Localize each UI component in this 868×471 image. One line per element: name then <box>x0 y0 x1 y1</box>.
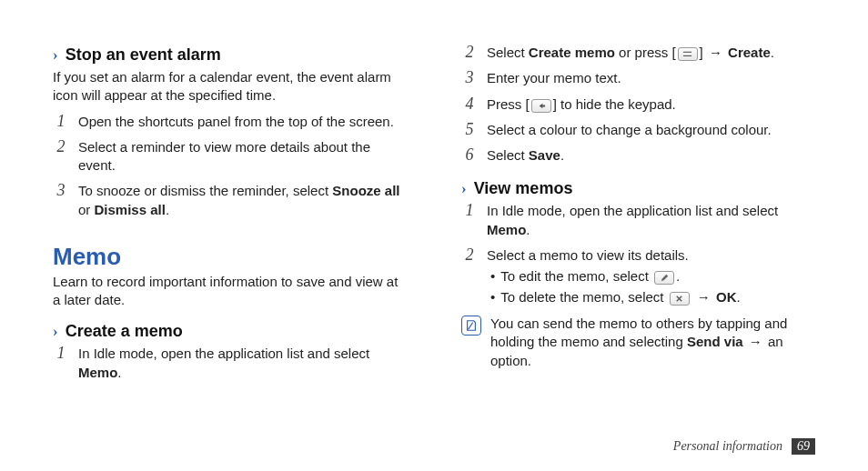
t: . <box>117 365 121 380</box>
step-number: 1 <box>53 345 69 363</box>
step-text: Select Create memo or press [] → Create. <box>487 44 815 62</box>
t: . <box>560 147 564 163</box>
t: Press [ <box>487 96 530 112</box>
t: To edit the memo, select <box>500 268 652 284</box>
t: or <box>78 202 95 217</box>
step: 2 Select a reminder to view more details… <box>53 138 407 175</box>
heading-text: View memos <box>474 179 573 198</box>
t: . <box>676 268 680 284</box>
step: 1 In Idle mode, open the application lis… <box>53 345 407 382</box>
step-number: 1 <box>53 113 69 131</box>
stop-alarm-intro: If you set an alarm for a calendar event… <box>53 68 407 105</box>
step-number: 3 <box>461 69 478 87</box>
t: . <box>526 222 530 237</box>
step-number: 6 <box>461 146 478 165</box>
stop-alarm-steps: 1 Open the shortcuts panel from the top … <box>53 113 407 219</box>
t: To snooze or dismiss the reminder, selec… <box>78 183 332 198</box>
view-memos-steps: 1 In Idle mode, open the application lis… <box>461 202 815 307</box>
bold: Snooze all <box>332 183 399 198</box>
step-text: In Idle mode, open the application list … <box>487 202 815 239</box>
back-icon <box>531 99 551 113</box>
step-text: To snooze or dismiss the reminder, selec… <box>78 182 407 219</box>
step: 3 To snooze or dismiss the reminder, sel… <box>53 182 407 219</box>
step-text: Select a colour to change a background c… <box>487 121 815 139</box>
memo-title: Memo <box>53 243 407 271</box>
t: . <box>771 45 774 60</box>
t: Select <box>487 147 529 163</box>
pencil-icon <box>654 271 674 285</box>
left-column: › Stop an event alarm If you set an alar… <box>53 40 407 422</box>
svg-rect-1 <box>683 55 691 56</box>
heading-text: Create a memo <box>66 322 183 341</box>
create-memo-steps: 1 In Idle mode, open the application lis… <box>53 345 407 382</box>
bullet: • To delete the memo, select → OK. <box>490 287 815 308</box>
note-block: You can send the memo to others by tappi… <box>461 315 815 370</box>
step: 4 Press [] to hide the keypad. <box>461 95 815 114</box>
bold: Send via <box>687 334 743 349</box>
chevron-icon: › <box>461 181 467 196</box>
step: 2 Select Create memo or press [] → Creat… <box>461 44 815 62</box>
bold: Create <box>728 45 771 60</box>
page-number: 69 <box>792 438 815 455</box>
step-number: 1 <box>461 202 478 220</box>
step-number: 2 <box>53 138 69 156</box>
bullet: • To edit the memo, select . <box>490 266 815 287</box>
bullet-dot: • <box>490 287 495 308</box>
step-text: Select a reminder to view more details a… <box>78 138 407 175</box>
step-number: 4 <box>461 95 478 114</box>
menu-icon <box>678 47 698 61</box>
step-number: 2 <box>461 246 478 265</box>
arrow: → <box>743 334 768 349</box>
t: In Idle mode, open the application list … <box>487 203 778 218</box>
step: 2 Select a memo to view its details. • T… <box>461 246 815 307</box>
t: . <box>737 289 741 305</box>
note-text: You can send the memo to others by tappi… <box>490 315 815 370</box>
heading-text: Stop an event alarm <box>66 45 221 65</box>
chevron-icon: › <box>53 324 58 339</box>
bold: Dismiss all <box>95 202 166 217</box>
bullet-text: To edit the memo, select . <box>500 266 680 287</box>
create-memo-steps-cont: 2 Select Create memo or press [] → Creat… <box>461 44 815 165</box>
step: 1 Open the shortcuts panel from the top … <box>53 113 407 131</box>
step-text: Select Save. <box>487 146 815 165</box>
bold: Memo <box>487 222 526 237</box>
bold: Save <box>529 147 560 163</box>
page-footer: Personal information 69 <box>673 438 815 455</box>
step: 5 Select a colour to change a background… <box>461 121 815 139</box>
arrow: → <box>691 289 716 305</box>
step-text: In Idle mode, open the application list … <box>78 345 407 382</box>
close-icon <box>670 292 690 306</box>
step-number: 2 <box>461 44 478 62</box>
create-memo-heading: › Create a memo <box>53 322 407 341</box>
bullet-dot: • <box>490 266 495 287</box>
step-number: 3 <box>53 182 69 200</box>
bold: OK <box>716 289 737 305</box>
step-number: 5 <box>461 121 478 139</box>
stop-alarm-heading: › Stop an event alarm <box>53 45 407 65</box>
step-text: Enter your memo text. <box>487 69 815 87</box>
t: ] to hide the keypad. <box>553 96 676 112</box>
step-text: Open the shortcuts panel from the top of… <box>78 113 407 131</box>
chevron-icon: › <box>53 47 58 63</box>
memo-intro: Learn to record important information to… <box>53 273 407 310</box>
t: Select <box>487 45 529 60</box>
t: . <box>166 202 169 217</box>
bullet-text: To delete the memo, select → OK. <box>500 287 740 308</box>
t: To delete the memo, select <box>500 289 667 305</box>
step: 3 Enter your memo text. <box>461 69 815 87</box>
bold: Create memo <box>529 45 615 60</box>
view-memos-heading: › View memos <box>461 179 815 198</box>
step: 1 In Idle mode, open the application lis… <box>461 202 815 239</box>
t: Select a memo to view its details. <box>487 247 689 263</box>
svg-rect-0 <box>683 52 691 53</box>
bullets: • To edit the memo, select . • To delete… <box>490 266 815 307</box>
arrow: → <box>703 45 728 60</box>
footer-section: Personal information <box>673 439 782 454</box>
bold: Memo <box>78 365 117 380</box>
step-text: Select a memo to view its details. • To … <box>487 246 815 307</box>
t: or press [ <box>615 45 676 60</box>
step: 6 Select Save. <box>461 146 815 165</box>
t: In Idle mode, open the application list … <box>78 346 369 361</box>
note-icon <box>461 316 481 336</box>
step-text: Press [] to hide the keypad. <box>487 95 815 114</box>
